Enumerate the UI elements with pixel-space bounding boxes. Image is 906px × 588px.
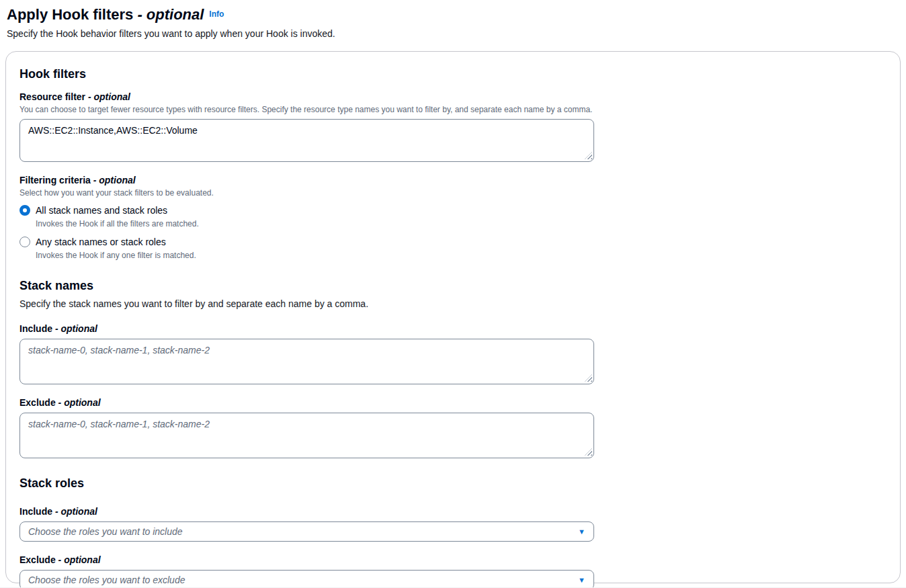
stack-roles-exclude-label: Exclude - optional	[19, 554, 887, 566]
radio-unselected-icon[interactable]	[19, 237, 30, 247]
stack-roles-exclude-placeholder: Choose the roles you want to exclude	[28, 575, 185, 585]
resource-filter-description: You can choose to target fewer resource …	[19, 104, 887, 115]
resource-filter-label: Resource filter - optional	[19, 91, 887, 103]
stack-names-include-label-text: Include	[19, 323, 52, 334]
stack-roles-include-label-text: Include	[19, 506, 52, 517]
stack-names-exclude-label: Exclude - optional	[19, 396, 887, 409]
info-link[interactable]: Info	[209, 9, 224, 19]
stack-names-heading: Stack names	[19, 278, 887, 293]
stack-names-include-input[interactable]	[19, 339, 594, 384]
stack-roles-exclude-select[interactable]: Choose the roles you want to exclude ▼	[19, 570, 594, 588]
stack-names-include-optional: - optional	[55, 323, 97, 334]
filtering-criteria-description: Select how you want your stack filters t…	[19, 187, 887, 198]
stack-names-include-label: Include - optional	[19, 323, 887, 335]
radio-option-any-description: Invokes the Hook if any one filter is ma…	[36, 250, 196, 261]
stack-names-include-wrap	[19, 339, 594, 384]
stack-names-description: Specify the stack names you want to filt…	[19, 297, 887, 310]
stack-roles-include-optional: - optional	[55, 506, 97, 517]
stack-names-exclude-input[interactable]	[19, 413, 594, 458]
stack-roles-heading: Stack roles	[19, 476, 887, 491]
page-description: Specify the Hook behavior filters you wa…	[7, 27, 899, 40]
card-heading: Hook filters	[19, 67, 887, 81]
resource-filter-input[interactable]: AWS::EC2::Instance,AWS::EC2::Volume	[19, 119, 594, 162]
radio-option-all-label[interactable]: All stack names and stack roles	[36, 204, 199, 217]
radio-selected-icon[interactable]	[19, 205, 30, 216]
page-title: Apply Hook filters - optional	[7, 5, 204, 24]
filtering-criteria-label-text: Filtering criteria	[19, 175, 91, 185]
page-title-text: Apply Hook filters	[7, 6, 133, 23]
stack-roles-include-placeholder: Choose the roles you want to include	[28, 526, 183, 537]
stack-names-exclude-optional: - optional	[58, 397, 101, 408]
filtering-criteria-radio-group: All stack names and stack roles Invokes …	[19, 204, 887, 261]
resource-filter-optional: - optional	[88, 91, 130, 102]
filtering-criteria-label: Filtering criteria - optional	[19, 174, 887, 186]
radio-option-any[interactable]: Any stack names or stack roles Invokes t…	[19, 235, 887, 261]
chevron-down-icon: ▼	[578, 528, 585, 536]
resource-filter-input-wrap: AWS::EC2::Instance,AWS::EC2::Volume	[19, 119, 594, 162]
radio-option-any-label[interactable]: Any stack names or stack roles	[36, 235, 196, 249]
stack-roles-exclude-optional: - optional	[58, 554, 101, 565]
radio-option-all[interactable]: All stack names and stack roles Invokes …	[19, 204, 887, 229]
page-header: Apply Hook filters - optional Info Speci…	[0, 0, 906, 40]
title-row: Apply Hook filters - optional Info	[7, 5, 899, 24]
stack-names-exclude-label-text: Exclude	[19, 397, 56, 408]
resource-filter-label-text: Resource filter	[19, 91, 85, 102]
stack-names-exclude-wrap	[19, 413, 594, 458]
stack-roles-include-select[interactable]: Choose the roles you want to include ▼	[19, 521, 594, 542]
radio-option-all-description: Invokes the Hook if all the filters are …	[36, 218, 199, 229]
page-title-optional: - optional	[137, 6, 204, 23]
stack-roles-exclude-label-text: Exclude	[19, 554, 56, 565]
hook-filters-card: Hook filters Resource filter - optional …	[5, 51, 901, 583]
filtering-criteria-optional: - optional	[93, 175, 136, 185]
stack-roles-include-label: Include - optional	[19, 505, 887, 517]
chevron-down-icon: ▼	[578, 577, 585, 584]
